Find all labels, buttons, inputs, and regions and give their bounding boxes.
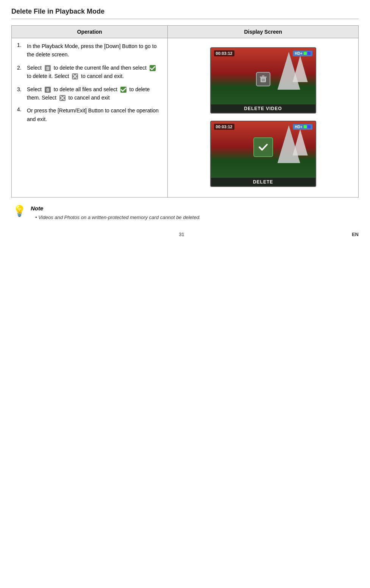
step-2-text: Select 🗑 to delete the current file and … [27,64,162,81]
col-header-display: Display Screen [168,26,359,38]
screen1-overlay [256,72,270,86]
note-title: Note [31,205,357,212]
step-3-text: Select 🗑 to delete all files and select [27,85,162,102]
screen1-trash-icon [256,72,270,86]
step-3-number: 3. [17,85,25,102]
step-2-number: 2. [17,64,25,81]
svg-rect-14 [262,75,264,76]
step-3: 3. Select 🗑 to delete all files and sele… [17,85,162,102]
note-list: Videos and Photos on a written-protected… [31,215,357,220]
page-container: Delete File in Playback Mode Operation D… [0,0,370,245]
step-1-number: 1. [17,42,25,59]
page-footer: 31 EN [11,232,359,237]
col-header-operation: Operation [12,26,168,38]
screen1-top-bar: 00:03:12 HD+ [214,50,312,56]
cancel-icon-step3 [59,94,66,102]
page-title: Delete File in Playback Mode [11,8,359,19]
screen2-hd-indicators [304,125,311,128]
screen1-hd-indicators [304,52,311,55]
step-2-text-mid2: to delete it. Select [27,73,70,79]
display-screen-cell: 00:03:12 HD+ [168,38,359,198]
step-2-text-after: to cancel and exit. [81,73,124,79]
screen2-check-icon [253,137,273,157]
step-2: 2. Select 🗑 to delete the current file a… [17,64,162,81]
step-3-text-mid1: to delete all files and select [54,86,119,92]
svg-text:🗑: 🗑 [45,87,50,92]
screen2-timecode: 00:03:12 [214,124,234,130]
screen1-timecode: 00:03:12 [214,50,234,56]
svg-rect-13 [260,76,267,78]
cancel-icon-step2 [71,73,79,80]
step-1: 1. In the Playback Mode, press the [Down… [17,42,162,59]
check-icon-step2 [149,64,156,72]
step-1-text: In the Playback Mode, press the [Down] B… [27,42,162,59]
step-4-number: 4. [17,106,25,123]
check-icon-step3 [120,86,127,93]
step-2-text-mid1: to delete the current file and then sele… [54,65,148,71]
operation-cell: 1. In the Playback Mode, press the [Down… [12,38,168,198]
step-2-text-before: Select [27,65,42,71]
screen-mockup-2: 00:03:12 HD+ [210,121,316,187]
screen2-top-bar: 00:03:12 HD+ [214,124,312,130]
page-number: 31 [179,232,184,237]
step-4-text: Or press the [Return/Exit] Button to can… [27,106,162,123]
step-4: 4. Or press the [Return/Exit] Button to … [17,106,162,123]
screen1-bottom-label: DELETE VIDEO [211,104,315,113]
step-3-text-after: to cancel and exit [69,95,110,101]
screen2-hd-badge: HD+ [293,124,312,130]
note-item-1: Videos and Photos on a written-protected… [35,215,357,220]
note-content: Note Videos and Photos on a written-prot… [31,205,357,220]
screen1-hd-label: HD+ [295,51,302,56]
screen2-bottom-label: DELETE [211,178,315,186]
screen-mockup-1: 00:03:12 HD+ [210,47,316,114]
screen2-overlay [253,137,273,157]
trash-icon-step2: 🗑 [44,64,52,72]
screen1-hd-badge: HD+ [293,51,312,56]
step-3-text-before: Select [27,86,42,92]
note-section: 💡 Note Videos and Photos on a written-pr… [11,205,359,220]
screen2-hd-label: HD+ [295,125,302,129]
main-table: Operation Display Screen 1. In the Playb… [11,25,359,198]
trash-all-icon-step3: 🗑 [44,86,52,93]
note-bulb-icon: 💡 [13,206,26,216]
lang-label: EN [352,232,359,237]
svg-text:🗑: 🗑 [45,66,50,70]
